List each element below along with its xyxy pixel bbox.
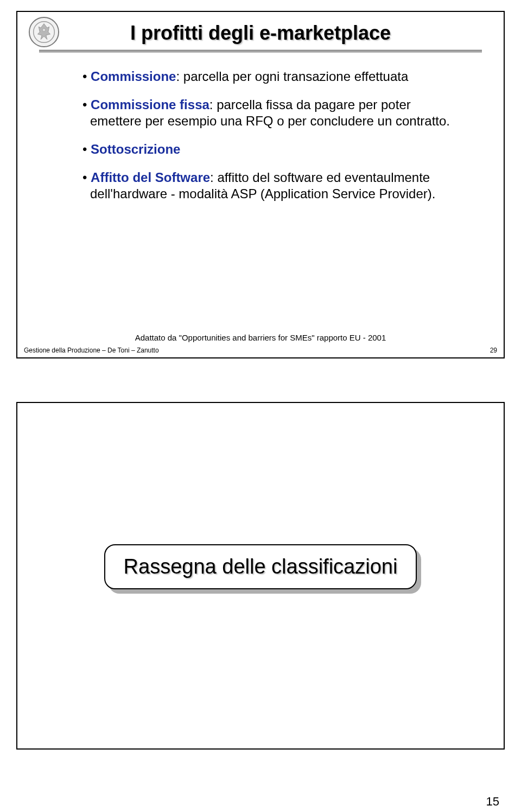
footer-left: Gestione della Produzione – De Toni – Za… [24,347,159,354]
section-title: Rassegna delle classificazioni [124,555,398,578]
term-affitto-software: Affitto del Software [91,170,210,185]
section-box-front: Rassegna delle classificazioni [104,544,417,589]
page-number: 15 [486,795,499,809]
slide-footer: Gestione della Produzione – De Toni – Za… [24,347,497,354]
bullet-commissione-fissa: Commissione fissa: parcella fissa da pag… [82,97,466,129]
svg-point-2 [42,28,46,32]
slide-header: I profitti degli e-marketplace [17,12,504,52]
section-box-wrap: Rassegna delle classificazioni [17,403,504,589]
seal-logo-icon [28,16,60,48]
section-box: Rassegna delle classificazioni [104,544,417,589]
bullet-sottoscrizione: Sottoscrizione [82,141,466,158]
bullet-affitto-software: Affitto del Software: affitto del softwa… [82,169,466,202]
term-sottoscrizione: Sottoscrizione [91,142,180,156]
slide-caption: Adattato da "Opportunities and barriers … [17,333,504,342]
slide-content: Commissione: parcella per ogni transazio… [17,52,504,202]
term-commissione-fissa: Commissione fissa [91,97,209,112]
bullet-commissione: Commissione: parcella per ogni transazio… [82,68,466,85]
footer-right-page: 29 [490,347,497,354]
slide-2: Rassegna delle classificazioni [16,402,505,750]
page: I profitti degli e-marketplace Commissio… [0,0,521,812]
slide-1: I profitti degli e-marketplace Commissio… [16,11,505,358]
term-commissione: Commissione [91,69,176,84]
text-commissione: : parcella per ogni transazione effettua… [176,69,408,84]
title-rule [39,50,482,52]
slide-title: I profitti degli e-marketplace [28,17,493,50]
